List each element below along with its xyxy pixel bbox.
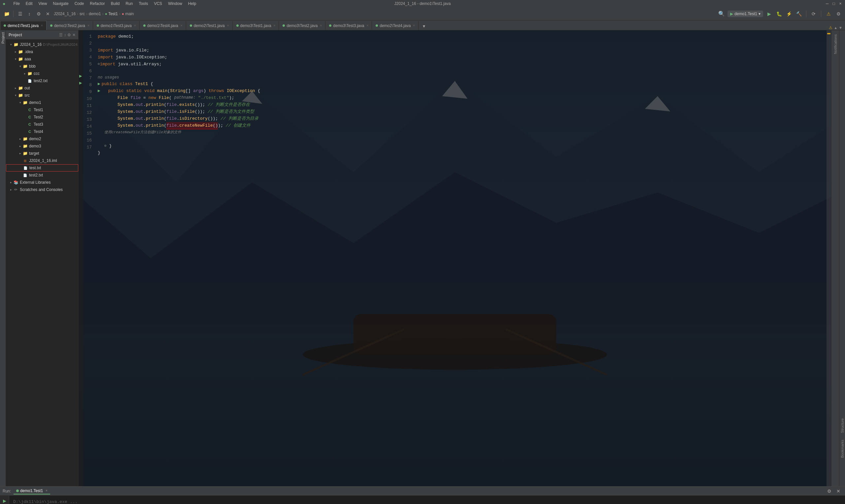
tree-item-iml[interactable]: ▸ ⊞ J2024_1_16.iml <box>6 157 78 164</box>
project-icon-btn[interactable]: 📁 <box>3 10 11 18</box>
tab-test3[interactable]: demo1\Test3.java × <box>93 21 140 30</box>
tree-item-scratches[interactable]: ▸ ✏ Scratches and Consoles <box>6 186 78 193</box>
menu-edit[interactable]: Edit <box>23 1 35 6</box>
toolbar-btn-minus[interactable]: ✕ <box>44 10 52 18</box>
breadcrumb-test1[interactable]: ● Test1 <box>105 12 118 16</box>
tab-demo3-test1[interactable]: demo3\Test1.java × <box>233 21 279 30</box>
debug-button[interactable]: 🐛 <box>775 10 783 18</box>
tree-label-iml: J2024_1_16.iml <box>29 158 57 163</box>
notifications-label[interactable]: Notifications <box>833 32 838 57</box>
tree-item-test2txt[interactable]: ▸ 📄 test2.txt <box>6 172 78 179</box>
tree-item-demo1[interactable]: ▾ 📁 demo1 <box>6 99 78 106</box>
menu-view[interactable]: View <box>36 1 50 6</box>
run-play-btn[interactable]: ▶ <box>1 497 8 504</box>
menu-window[interactable]: Window <box>165 1 185 6</box>
java-icon-test4: C <box>27 129 32 134</box>
tab-close-demo3-test1[interactable]: × <box>274 24 276 28</box>
tree-item-test3[interactable]: ▸ C Test3 <box>6 121 78 128</box>
settings-icon[interactable]: ⚙ <box>834 10 842 18</box>
scroll-down-btn[interactable]: ▼ <box>839 26 842 30</box>
build-button[interactable]: 🔨 <box>795 10 803 18</box>
run-button[interactable]: ▶ <box>765 10 773 18</box>
tab-close-demo2-test4[interactable]: × <box>413 24 415 28</box>
tree-item-test4[interactable]: ▸ C Test4 <box>6 128 78 135</box>
panel-action-2[interactable]: ↕ <box>64 33 66 37</box>
tab-demo2-test4[interactable]: demo2\Test4.java × <box>372 21 419 30</box>
tree-item-demo2[interactable]: ▸ 📁 demo2 <box>6 135 78 143</box>
folder-icon-src: 📁 <box>18 93 23 98</box>
tree-item-ext-libs[interactable]: ▸ 📚 External Libraries <box>6 179 78 186</box>
coverage-button[interactable]: ⚡ <box>785 10 793 18</box>
tab-close-demo3-test3[interactable]: × <box>366 24 368 28</box>
tree-item-testtxt[interactable]: ▸ 📄 test.txt <box>6 164 78 172</box>
run-panel-close[interactable]: ✕ <box>834 487 842 495</box>
tree-item-aaa[interactable]: ▾ 📁 aaa <box>6 55 78 63</box>
breadcrumb-src[interactable]: src <box>80 12 85 16</box>
tab-demo2-test1[interactable]: demo2\Test1.java × <box>186 21 233 30</box>
tree-item-test2[interactable]: ▸ C Test2 <box>6 113 78 121</box>
tree-item-src[interactable]: ▾ 📁 src <box>6 92 78 99</box>
breadcrumb-main[interactable]: ● main <box>122 12 134 16</box>
code-editor[interactable]: ▶ ▶ 1 2 3 4 5 6 7 8 9 10 11 12 13 14 15 … <box>78 30 831 486</box>
vert-tab-structure[interactable]: Structure <box>840 416 845 435</box>
breadcrumb-demo1[interactable]: demo1 <box>89 12 101 16</box>
menu-tools[interactable]: Tools <box>136 1 151 6</box>
close-button[interactable]: × <box>839 2 842 6</box>
tab-close-demo3-test2[interactable]: × <box>320 24 322 28</box>
run-panel-settings[interactable]: ⚙ <box>825 487 833 495</box>
tree-item-test2txt-bbb[interactable]: ▸ 📄 test2.txt <box>6 77 78 85</box>
tree-item-demo3[interactable]: ▸ 📁 demo3 <box>6 143 78 150</box>
panel-action-close[interactable]: ✕ <box>72 33 75 37</box>
code-line-4: import java.io.IOException; <box>96 54 827 61</box>
run-config-selector[interactable]: ▶ demo1.Test1 ▾ <box>727 11 763 17</box>
tab-test2[interactable]: demo1\Test2.java × <box>47 21 93 30</box>
code-content[interactable]: package demo1; import java.io.File; impo… <box>96 30 827 486</box>
run-tab-demo1-test1[interactable]: demo1.Test1 × <box>14 488 50 494</box>
menu-file[interactable]: File <box>11 1 22 6</box>
run-panel-header: Run: demo1.Test1 × ⚙ ✕ <box>0 487 845 496</box>
tree-item-idea[interactable]: ▸ 📁 .idea <box>6 48 78 55</box>
toolbar-btn-2[interactable]: ↕ <box>25 10 33 18</box>
vert-tab-project[interactable]: Project <box>0 30 6 46</box>
run-tab-close[interactable]: × <box>46 489 48 492</box>
menu-help[interactable]: Help <box>186 1 199 6</box>
menu-vcs[interactable]: VCS <box>151 1 165 6</box>
toolbar-btn-1[interactable]: ☰ <box>16 10 24 18</box>
tab-test4[interactable]: demo1\Test4.java × <box>140 21 186 30</box>
tree-arrow-out: ▸ <box>13 86 18 90</box>
code-line-15: ⊙ } <box>96 143 827 149</box>
menu-refactor[interactable]: Refactor <box>87 1 107 6</box>
menu-code[interactable]: Code <box>72 1 87 6</box>
vert-tab-bookmarks[interactable]: Bookmarks <box>840 438 845 460</box>
tree-arrow-idea: ▸ <box>13 50 18 54</box>
tree-label-ext-libs: External Libraries <box>20 180 51 185</box>
tree-item-out[interactable]: ▸ 📁 out <box>6 85 78 92</box>
tab-test1[interactable]: demo1\Test1.java × <box>0 21 47 30</box>
tree-item-test1[interactable]: ▸ C Test1 <box>6 106 78 113</box>
tab-close-demo2-test1[interactable]: × <box>227 24 229 28</box>
tab-close-test2[interactable]: × <box>87 24 89 28</box>
minimize-button[interactable]: ─ <box>825 2 829 6</box>
breadcrumb-j2024[interactable]: J2024_1_16 <box>54 12 75 16</box>
search-everywhere-btn[interactable]: 🔍 <box>718 10 725 18</box>
tree-item-root[interactable]: ▾ 📁 J2024_1_16 D:\Project\JAVA\2024 <box>6 41 78 48</box>
tree-item-bbb[interactable]: ▾ 📁 bbb <box>6 63 78 70</box>
scroll-up-btn[interactable]: ▲ <box>834 26 838 30</box>
tabs-more-button[interactable]: ▾ <box>420 22 428 30</box>
tree-item-ccc[interactable]: ▸ 📁 ccc <box>6 70 78 77</box>
menu-run[interactable]: Run <box>123 1 135 6</box>
notifications-icon[interactable]: ⚠ <box>825 10 832 18</box>
panel-action-settings[interactable]: ⚙ <box>67 33 71 37</box>
tab-close-test4[interactable]: × <box>180 24 182 28</box>
tree-item-target[interactable]: ▸ 📁 target <box>6 150 78 157</box>
tab-close-test1[interactable]: × <box>41 24 43 28</box>
update-button[interactable]: ⟳ <box>810 10 817 18</box>
tab-demo3-test3[interactable]: demo3\Test3.java × <box>325 21 372 30</box>
tab-demo3-test2[interactable]: demo3\Test2.java × <box>279 21 325 30</box>
menu-navigate[interactable]: Navigate <box>50 1 71 6</box>
toolbar-btn-settings[interactable]: ⚙ <box>35 10 42 18</box>
maximize-button[interactable]: □ <box>832 2 836 6</box>
menu-build[interactable]: Build <box>108 1 122 6</box>
tab-close-test3[interactable]: × <box>134 24 136 28</box>
panel-action-1[interactable]: ☰ <box>59 33 63 37</box>
